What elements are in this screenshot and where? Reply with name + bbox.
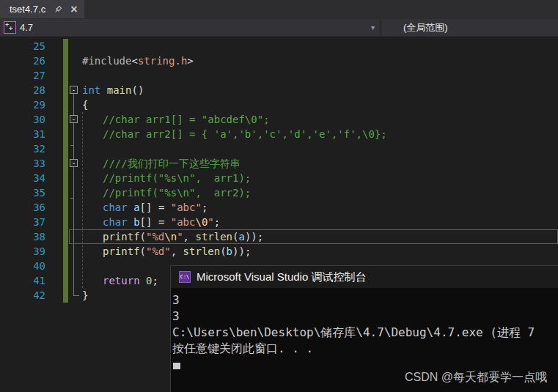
line-number: 27 bbox=[0, 68, 45, 83]
code-text: //printf("%s\n", arr2); bbox=[45, 185, 251, 200]
console-title: Microsoft Visual Studio 调试控制台 bbox=[197, 270, 366, 284]
code-text: char b[] = "abc\0"; bbox=[45, 215, 220, 229]
code-text: char a[] = "abc"; bbox=[45, 200, 208, 215]
chevron-down-icon: ▾ bbox=[371, 23, 375, 32]
code-text: //printf("%s\n", arr1); bbox=[45, 171, 251, 185]
tab-tset4.7.c[interactable]: tset4.7.c × bbox=[0, 0, 84, 18]
outline-end-mark bbox=[73, 295, 79, 296]
cpp-project-icon: ++ bbox=[4, 21, 16, 34]
line-number: 30 bbox=[0, 112, 45, 127]
line-number: 34 bbox=[0, 171, 45, 185]
line-number: 25 bbox=[0, 39, 45, 53]
code-text: } bbox=[45, 288, 88, 303]
code-text: //char arr2[] = { 'a','b','c','d','e','f… bbox=[45, 127, 387, 141]
console-title-bar[interactable]: C:\ Microsoft Visual Studio 调试控制台 bbox=[171, 266, 558, 288]
line-number: 31 bbox=[0, 127, 45, 141]
line-number: 38 bbox=[0, 229, 45, 244]
project-dropdown[interactable]: ++ 4.7 ▾ bbox=[0, 19, 379, 36]
line-number: 32 bbox=[0, 141, 45, 156]
csdn-watermark: CSDN @每天都要学一点哦 bbox=[405, 370, 547, 385]
fold-toggle-main[interactable]: - bbox=[70, 86, 78, 94]
code-text: #include<string.h> bbox=[45, 53, 194, 68]
code-line[interactable]: 37char b[] = "abc\0"; bbox=[0, 215, 558, 229]
code-line[interactable]: 31//char arr2[] = { 'a','b','c','d','e',… bbox=[0, 127, 558, 141]
line-number: 42 bbox=[0, 288, 45, 303]
code-text: printf("%d\n", strlen(a)); bbox=[45, 229, 263, 244]
line-number: 41 bbox=[0, 273, 45, 288]
code-line[interactable]: 35//printf("%s\n", arr2); bbox=[0, 185, 558, 200]
code-line[interactable]: 25 bbox=[0, 39, 558, 53]
fold-region-end-tick bbox=[70, 145, 74, 146]
pin-icon[interactable] bbox=[54, 5, 62, 14]
console-line: C:\Users\ben\Desktop\储存库\4.7\Debug\4.7.e… bbox=[172, 325, 558, 341]
line-number: 26 bbox=[0, 53, 45, 68]
console-output[interactable]: 33C:\Users\ben\Desktop\储存库\4.7\Debug\4.7… bbox=[171, 288, 558, 369]
code-line[interactable]: 33////我们打印一下这些字符串 bbox=[0, 156, 558, 171]
code-line[interactable]: 39printf("%d", strlen(b)); bbox=[0, 244, 558, 259]
line-number: 33 bbox=[0, 156, 45, 171]
fold-toggle-comment2[interactable]: - bbox=[70, 159, 78, 167]
code-line[interactable]: 34//printf("%s\n", arr1); bbox=[0, 171, 558, 185]
line-number: 35 bbox=[0, 185, 45, 200]
vs-window: tset4.7.c × ++ 4.7 ▾ (全局范围) bbox=[0, 0, 558, 392]
scope-dropdown-value: (全局范围) bbox=[403, 21, 448, 34]
line-number: 36 bbox=[0, 200, 45, 215]
navigation-bar: ++ 4.7 ▾ (全局范围) bbox=[0, 18, 558, 37]
outline-guide-line bbox=[73, 94, 74, 296]
document-tab-bar: tset4.7.c × bbox=[0, 0, 558, 18]
code-line[interactable]: 27 bbox=[0, 68, 558, 83]
line-number: 39 bbox=[0, 244, 45, 259]
code-text: //char arr1[] = "abcdef\0"; bbox=[45, 112, 270, 127]
line-number: 37 bbox=[0, 215, 45, 229]
code-text: int main() bbox=[45, 83, 144, 97]
console-line: 3 bbox=[172, 308, 558, 325]
code-lines: 2526#include<string.h>2728int main()29{3… bbox=[0, 39, 558, 303]
indent-guide bbox=[82, 112, 83, 288]
code-line[interactable]: 28int main() bbox=[0, 83, 558, 97]
code-line[interactable]: 38printf("%d\n", strlen(a)); bbox=[0, 229, 558, 244]
close-icon[interactable]: × bbox=[70, 4, 77, 15]
console-cursor bbox=[173, 363, 180, 369]
code-line[interactable]: 26#include<string.h> bbox=[0, 53, 558, 68]
line-number: 29 bbox=[0, 97, 45, 112]
code-text: { bbox=[45, 97, 88, 112]
code-line[interactable]: 29{ bbox=[0, 97, 558, 112]
line-number: 40 bbox=[0, 259, 45, 273]
code-line[interactable]: 32 bbox=[0, 141, 558, 156]
tab-label: tset4.7.c bbox=[10, 4, 45, 15]
fold-toggle-comment1[interactable]: - bbox=[70, 115, 78, 123]
code-line[interactable]: 36char a[] = "abc"; bbox=[0, 200, 558, 215]
code-text: return 0; bbox=[45, 273, 158, 288]
console-line: 按任意键关闭此窗口. . . bbox=[172, 341, 558, 357]
console-app-icon: C:\ bbox=[179, 271, 191, 283]
code-line[interactable]: 30//char arr1[] = "abcdef\0"; bbox=[0, 112, 558, 127]
scope-dropdown[interactable]: (全局范围) bbox=[382, 19, 558, 36]
line-number: 28 bbox=[0, 83, 45, 97]
fold-region-end-tick bbox=[70, 198, 74, 199]
code-text: printf("%d", strlen(b)); bbox=[45, 244, 251, 259]
console-line: 3 bbox=[172, 292, 558, 308]
project-dropdown-value: 4.7 bbox=[20, 22, 33, 33]
